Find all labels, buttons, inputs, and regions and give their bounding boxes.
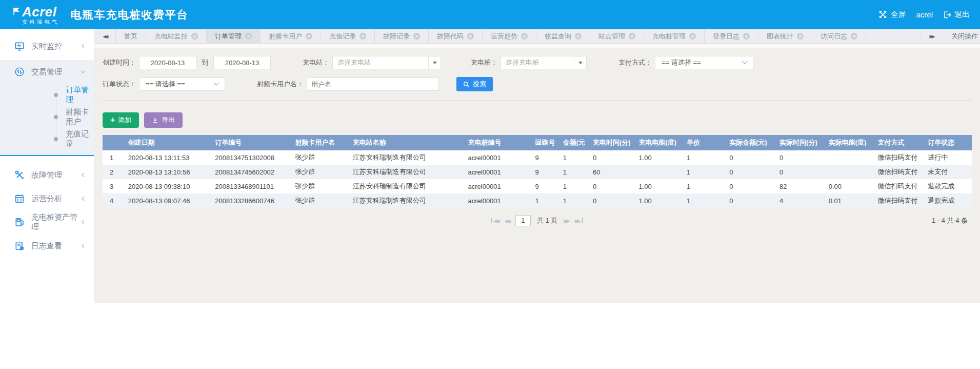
calendar-icon [14,193,25,204]
tab-close-icon[interactable]: × [521,33,528,40]
tab-list: 首页充电站监控×订单管理×射频卡用户×充值记录×故障记录×故障代码×运营趋势×收… [116,29,866,43]
sidebar-item-operation-analysis[interactable]: 运营分析 [0,187,94,210]
dropdown-arrow-icon[interactable] [428,56,441,69]
tab-close-icon[interactable]: × [359,33,366,40]
table-cell: 1 [684,165,726,179]
page-number-input[interactable] [515,215,531,226]
monitor-icon [14,41,25,51]
tab-label: 充电站监控 [154,32,188,41]
payment-method-label: 支付方式： [618,58,652,67]
close-actions-menu[interactable]: 关闭操作 [942,32,980,41]
logout-icon [943,11,951,19]
tabs-scroll-right-button[interactable]: ▶▶ [921,34,942,39]
sidebar-item-label: 运营分析 [31,194,81,204]
tab-item[interactable]: 故障代码× [429,29,483,43]
chevron-left-icon [81,172,86,178]
sidebar-item-order-management[interactable]: 订单管理 [0,84,94,106]
date-to-input[interactable] [213,56,271,69]
table-header-cell: 单价 [684,135,726,150]
sidebar-item-recharge-records[interactable]: 充值记录 [0,128,94,150]
order-status-select[interactable]: == 请选择 == [139,77,225,91]
search-button-label: 搜索 [473,80,486,89]
tab-close-icon[interactable]: × [413,33,420,40]
tab-item[interactable]: 充电桩管理× [644,29,705,43]
rfid-username-input[interactable] [307,77,439,91]
total-pages-label: 共 1 页 [537,216,557,225]
sidebar-item-charger-asset-management[interactable]: 充电桩资产管理 [0,210,94,234]
table-cell: 0.01 [826,193,875,208]
table-cell: 0 [590,193,635,208]
table-cell: 0 [590,150,635,165]
tab-item[interactable]: 故障记录× [375,29,429,43]
tab-item[interactable]: 充值记录× [321,29,375,43]
tab-close-icon[interactable]: × [575,33,582,40]
tab-item[interactable]: 充电站监控× [146,29,207,43]
table-cell: 2020-08-13 09:38:10 [125,179,212,193]
tab-item[interactable]: 登录日志× [705,29,758,43]
created-time-label: 创建时间： [103,58,136,67]
tab-close-icon[interactable]: × [467,33,474,40]
previous-page-button[interactable]: ◀◀ [504,218,509,224]
content-area: ◀◀ 首页充电站监控×订单管理×射频卡用户×充值记录×故障记录×故障代码×运营趋… [94,29,980,303]
sidebar-item-label: 故障管理 [31,170,81,180]
tab-close-icon[interactable]: × [689,33,696,40]
fullscreen-button[interactable]: 全屏 [878,10,906,20]
tab-label: 运营趋势 [491,32,517,41]
pagination: ◀◀ ◀◀ 共 1 页 ▶▶ ▶▶ 1 - 4 共 4 条 [103,213,972,228]
tab-close-icon[interactable]: × [629,33,635,40]
tab-close-icon[interactable]: × [245,33,252,40]
pagination-summary: 1 - 4 共 4 条 [932,216,968,225]
tab-item[interactable]: 射频卡用户× [261,29,321,43]
table-row[interactable]: 32020-08-13 09:38:102008133468901101张少群江… [103,179,972,193]
last-page-button[interactable]: ▶▶ [575,218,583,224]
add-button[interactable]: + 添加 [103,112,139,128]
order-panel: 创建时间： 到 充电站： 选择充电站 充电桩： 选择充电桩 支付方式： [94,48,980,303]
sidebar-item-transaction-management[interactable]: 交易管理 [0,60,94,84]
payment-method-value: == 请选择 == [662,58,701,67]
sidebar-item-log-viewer[interactable]: 日志查看 [0,234,94,258]
tab-item[interactable]: 站点管理× [590,29,644,43]
tab-item[interactable]: 图表统计× [758,29,812,43]
tab-close-icon[interactable]: × [797,33,804,40]
table-cell: 0 [776,150,826,165]
chevron-down-icon [213,80,219,86]
search-button[interactable]: 搜索 [456,77,493,91]
table-row[interactable]: 22020-08-13 13:10:562008134745602002张少群江… [103,165,972,179]
table-cell: 江苏安科瑞制造有限公司 [350,179,465,193]
table-row[interactable]: 42020-08-13 09:07:462008133286600746张少群江… [103,193,972,208]
dropdown-arrow-icon[interactable] [574,56,586,69]
tabs-scroll-left-button[interactable]: ◀◀ [94,29,116,43]
charging-pile-icon [14,217,25,227]
sidebar-item-realtime-monitor[interactable]: 实时监控 [0,34,94,58]
table-cell: 江苏安科瑞制造有限公司 [350,165,465,179]
station-combobox[interactable]: 选择充电站 [332,56,441,69]
tab-item[interactable]: 访问日志× [812,29,866,43]
tab-close-icon[interactable]: × [851,33,857,40]
tab-close-icon[interactable]: × [191,33,198,40]
tab-item[interactable]: 首页 [116,29,146,43]
table-cell [826,150,875,165]
table-cell: 9 [532,179,560,193]
date-from-input[interactable] [139,56,196,69]
tab-item[interactable]: 收益查询× [536,29,590,43]
tab-item[interactable]: 运营趋势× [483,29,536,43]
sidebar-item-rfid-users[interactable]: 射频卡用户 [0,106,94,128]
table-cell: 1 [103,150,125,165]
table-header-cell [103,135,125,150]
tab-close-icon[interactable]: × [743,33,750,40]
order-table: 创建日期订单编号射频卡用户名充电站名称充电桩编号回路号金额(元充电时间(分)充电… [103,135,972,208]
table-row[interactable]: 12020-08-13 13:11:532008134751302008张少群江… [103,150,972,165]
tab-close-icon[interactable]: × [306,33,312,40]
export-button[interactable]: 导出 [144,112,183,128]
pile-combobox[interactable]: 选择充电桩 [501,56,587,69]
next-page-button[interactable]: ▶▶ [564,218,568,224]
logout-button[interactable]: 退出 [943,10,970,20]
table-header-cell: 订单状态 [925,135,972,150]
payment-method-select[interactable]: == 请选择 == [655,56,753,69]
tools-icon [14,170,25,180]
table-cell: 2 [103,165,125,179]
tab-item[interactable]: 订单管理× [207,29,261,43]
first-page-button[interactable]: ◀◀ [491,218,498,224]
sidebar-item-fault-management[interactable]: 故障管理 [0,163,94,187]
sidebar-item-label: 日志查看 [31,241,81,251]
